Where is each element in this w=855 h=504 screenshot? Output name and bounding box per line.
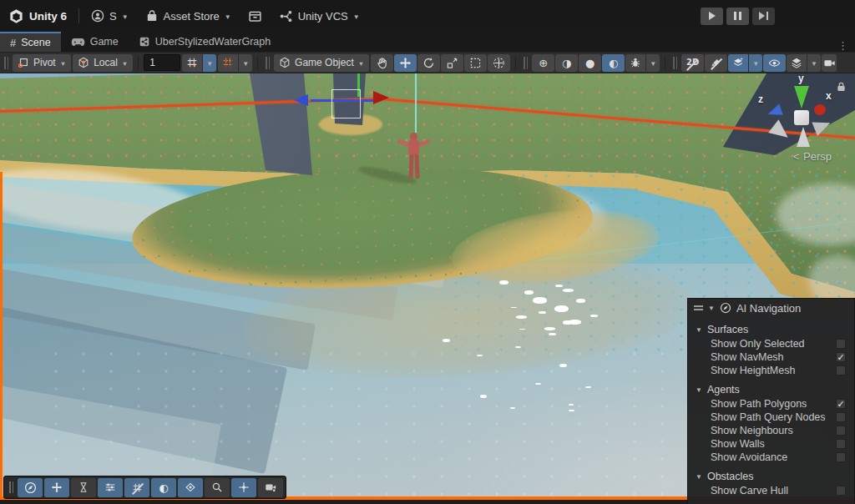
row-label: Show HeightMesh [711,365,795,376]
step-button[interactable] [752,8,775,25]
section-surfaces[interactable]: ▼ Surfaces [688,322,854,337]
visibility-dropdown-arrow[interactable]: ▼ [748,54,762,72]
axis-x-cone[interactable] [814,104,826,115]
rect-tool[interactable] [464,54,487,72]
checkbox[interactable] [836,439,846,449]
asset-store-menu[interactable]: Asset Store ▼ [137,0,240,32]
scene-view-eye-button[interactable] [763,54,786,72]
axis-negative-cone[interactable] [812,116,832,136]
section-label: Agents [707,384,740,396]
grid-size-input[interactable] [144,54,180,71]
transform-tool[interactable] [488,54,510,72]
character-leg [414,154,419,179]
menu-bar: Unity 6 S ▼ Asset Store ▼ Unity VCS ▼ [0,0,855,32]
axis-y-cone[interactable] [794,86,809,108]
orientation-dropdown[interactable]: Local ▼ [73,54,133,72]
scene-visibility-split-button[interactable]: ▼ [728,54,762,72]
pivot-mode-dropdown[interactable]: Pivot ▼ [13,54,71,72]
gizmos-split-button[interactable]: ▼ [787,54,821,72]
row-show-carve-hull: Show Carve Hull [688,484,854,497]
wireframe-mode-button[interactable]: ◑ [555,54,578,72]
debug-dropdown-arrow[interactable]: ▼ [645,54,660,72]
toggle-2d-button[interactable]: 2D [681,54,704,72]
section-collapse-arrow-icon[interactable]: ▼ [696,386,702,394]
ai-navigation-header[interactable]: ▼ AI Navigation [688,299,854,317]
account-icon [91,9,104,23]
lighting-toggle-button[interactable]: ◐ [602,54,625,72]
checkbox-checked[interactable]: ✓ [836,352,846,362]
unity-vcs-menu[interactable]: Unity VCS ▼ [271,0,368,32]
perspective-toggle[interactable]: < Persp [793,150,832,163]
ai-navigation-overlay-button[interactable] [18,478,43,497]
gizmo-center-cube[interactable] [794,110,809,125]
checkbox[interactable] [836,339,846,349]
history-overlay-button[interactable] [71,478,96,497]
snap-increment-split-button[interactable]: ▼ [218,54,252,72]
settings-overlay-button[interactable] [98,478,123,497]
character[interactable] [399,133,429,181]
section-collapse-arrow-icon[interactable]: ▼ [696,473,702,481]
checkbox[interactable] [836,452,846,462]
view-hand-tool[interactable] [371,54,393,72]
panel-collapse-arrow-icon[interactable]: ▼ [708,305,715,312]
view-options-overlay-button[interactable]: ◐ [151,478,176,497]
compass-icon [24,481,37,494]
checkbox[interactable] [836,365,846,375]
transform-overlay-button[interactable] [231,478,256,497]
play-button[interactable] [701,8,723,25]
section-obstacles[interactable]: ▼ Obstacles [688,469,854,484]
move-tool[interactable] [394,54,417,72]
toolbar-drag-handle[interactable] [266,57,270,69]
game-object-dropdown[interactable]: Game Object ▼ [274,54,369,72]
tab-water-graph[interactable]: UberStylizedWaterGraph [129,32,281,52]
grid-axis-icon [182,54,202,72]
checkbox[interactable] [836,426,846,436]
snap-dropdown-arrow[interactable]: ▼ [238,54,252,72]
camera-settings-button[interactable] [822,54,837,72]
section-agents[interactable]: ▼ Agents [688,382,854,397]
search-overlay-button[interactable] [205,478,230,497]
overlay-drag-handle[interactable] [9,481,13,493]
move-gizmo-center-handle[interactable] [331,89,361,118]
row-show-walls: Show Walls [688,437,854,451]
unity-menu[interactable]: Unity 6 [0,0,75,32]
tools-overlay-button[interactable] [44,478,69,497]
sun-glints [480,395,487,398]
unity-editor-window: Unity 6 S ▼ Asset Store ▼ Unity VCS ▼ [0,0,855,504]
toolbar-drag-handle[interactable] [673,57,677,69]
gizmos-dropdown-arrow[interactable]: ▼ [807,54,821,72]
vcs-branch-icon [279,9,293,23]
tab-game[interactable]: Game [61,32,129,52]
axis-negative-cone[interactable] [797,127,810,147]
tab-options-kebab-icon[interactable]: ⋮ [831,39,855,52]
toolbar-drag-handle[interactable] [4,57,8,69]
package-manager-button[interactable] [240,0,271,32]
pause-button[interactable] [726,8,749,25]
toolbar-drag-handle[interactable] [524,57,528,69]
axis-z-cone[interactable] [766,104,783,120]
section-collapse-arrow-icon[interactable]: ▼ [696,326,702,334]
scene-effects-button[interactable] [705,54,727,72]
orientation-overlay-button[interactable] [178,478,203,497]
scale-tool[interactable] [441,54,463,72]
move-gizmo-x-arrow[interactable] [373,91,389,104]
panel-drag-handle-icon[interactable] [694,305,703,310]
checkbox[interactable] [836,486,846,496]
debug-draw-split-button[interactable]: ▼ [625,54,660,72]
rotate-tool[interactable] [417,54,440,72]
account-menu[interactable]: S ▼ [83,0,137,32]
grid-dropdown-arrow[interactable]: ▼ [202,54,216,72]
camera-overlay-button[interactable] [258,478,283,497]
move-gizmo-z-arrow[interactable] [294,94,308,106]
tab-scene[interactable]: # Scene [0,32,61,52]
shaded-mode-button[interactable]: ⊕ [532,54,554,72]
lock-icon[interactable] [837,80,846,95]
checkbox-checked[interactable]: ✓ [836,399,846,409]
view-orientation-gizmo[interactable]: y x z < Persp [728,75,853,169]
unlit-mode-button[interactable]: ● [579,54,601,72]
grid-visibility-split-button[interactable]: ▼ [182,54,216,72]
axis-negative-cone[interactable] [768,119,793,144]
checkbox[interactable] [836,412,846,422]
game-object-label: Game Object [295,57,354,68]
grid-snap-overlay-button[interactable] [124,478,149,497]
